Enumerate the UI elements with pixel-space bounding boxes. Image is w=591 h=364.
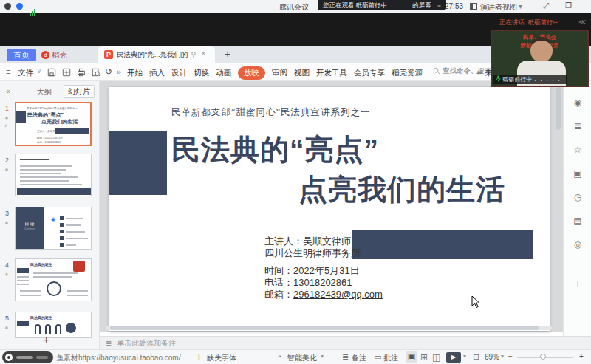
play-slideshow-button[interactable]: ▶ [446, 352, 461, 363]
document-tab[interactable]: P 民法典的“亮...亮我们的生活 × [98, 46, 215, 63]
screen: 腾讯会议 27:53 演讲者视图 ▾ ⤢ ❐ 您正在观看 砥砺前行中．．．．的屏… [0, 0, 591, 364]
cloud-sync-icon[interactable]: ☁ [476, 67, 483, 75]
slide-email-link[interactable]: 296182439@qq.com [293, 289, 383, 300]
menu-docer-resources[interactable]: 稻壳资源 [392, 68, 423, 78]
speaking-now-label: 正在讲话: 砥砺前行中．．．．． [499, 18, 591, 27]
slide-number-4: 4 [5, 261, 9, 269]
object-properties-icon[interactable]: ≣ [564, 121, 591, 131]
network-signal-icon [30, 3, 36, 16]
meeting-floating-pill[interactable] [2, 351, 53, 363]
slide-email-line: 邮箱：296182439@qq.com [264, 288, 383, 301]
meeting-audio-icon[interactable] [16, 3, 23, 10]
slide-number-5: 5 [5, 315, 9, 322]
sidebar-collapse-icon[interactable]: « [6, 86, 10, 95]
save-icon[interactable] [47, 68, 56, 77]
file-caret-icon[interactable]: ∨ [37, 68, 41, 75]
notes-bar[interactable]: ≣ 单击此处添加备注 [100, 336, 591, 349]
thumb3-catalog-title: 目 录 [16, 221, 44, 227]
timer-icon[interactable]: ◷ [564, 192, 591, 202]
special-features-icon[interactable]: ☆ [564, 145, 591, 155]
smart-beautify-button[interactable]: 智能美化 [287, 353, 317, 363]
tab-outline[interactable]: 大纲 [37, 87, 52, 97]
image-library-icon[interactable]: ▤ [564, 216, 591, 226]
undo-icon[interactable]: ↺ [105, 66, 112, 77]
menu-start[interactable]: 开始 [127, 68, 143, 78]
cast-screen-icon[interactable]: ▣ [564, 168, 591, 179]
menu-review[interactable]: 审阅 [272, 68, 287, 78]
smart-beautify-icon: ◔ [277, 352, 282, 361]
menu-animation[interactable]: 动画 [216, 68, 231, 78]
slide-thumbnail-3[interactable]: 目 录 Contents ◉ [15, 207, 92, 250]
speaker-video-feed[interactable]: 民革…委员会 新都区支…项目 砥砺前行中．．．．． [491, 30, 589, 87]
zoom-caret-icon[interactable]: ▾ [501, 353, 504, 360]
slide-thumbnail-5[interactable]: 民法典的诞生 [15, 312, 92, 338]
meeting-info-icon[interactable] [4, 3, 11, 10]
current-slide[interactable]: 民革新都支部“甜蜜同心”民法典宣讲系列之一 民法典的“亮点” 点亮我们的生活 主… [109, 87, 550, 331]
zoom-slider-knob[interactable] [540, 354, 546, 360]
vertical-scrollbar[interactable] [556, 87, 561, 130]
thumb4-circle-diagram [47, 281, 61, 296]
thumb5-title: 民法典的诞生 [30, 315, 52, 320]
tooltip-menu-icon[interactable]: ≡ [437, 1, 441, 9]
video-name-label: 砥砺前行中．．．．． [493, 75, 567, 84]
docer-tab[interactable]: 稻壳 [52, 50, 67, 61]
add-slide-button[interactable]: + [43, 334, 49, 347]
presenter-head [530, 37, 553, 62]
new-tab-button[interactable]: + [225, 48, 230, 60]
menu-design[interactable]: 设计 [171, 68, 187, 78]
menu-slideshow-active[interactable]: 放映 [238, 66, 265, 80]
beautify-caret-icon[interactable]: ▾ [321, 353, 324, 360]
slide-canvas: 民革新都支部“甜蜜同心”民法典宣讲系列之一 民法典的“亮点” 点亮我们的生活 主… [100, 81, 563, 332]
zoom-in-button[interactable]: + [579, 352, 584, 360]
slide-thumbnail-2[interactable] [15, 154, 92, 196]
fullscreen-icon[interactable]: ⤢ [543, 1, 549, 10]
view-mode-selector[interactable]: 演讲者视图 [480, 2, 517, 13]
slide-thumbnail-4[interactable]: 民法典的诞生 [15, 258, 92, 301]
status-notes-button[interactable]: 备注 [352, 353, 366, 363]
print-icon[interactable] [77, 68, 86, 77]
menu-insert[interactable]: 插入 [149, 68, 165, 78]
view-normal-button[interactable]: ▣ [406, 351, 417, 363]
file-menu[interactable]: 文件 [18, 68, 33, 78]
meeting-app-name: 腾讯会议 [279, 2, 309, 13]
zoom-percent[interactable]: 69% [485, 353, 499, 361]
restore-window-icon[interactable]: ❐ [565, 1, 572, 10]
view-reading-button[interactable]: ◫ [432, 352, 440, 363]
home-tab-button[interactable]: 首页 [7, 49, 36, 61]
toolbar-more-icon[interactable]: » [117, 67, 121, 76]
print-preview-icon[interactable] [92, 68, 100, 77]
horizontal-scrollbar-track[interactable] [106, 326, 552, 330]
status-notes-icon: ≣ [342, 352, 349, 362]
comment-button[interactable]: 批注 [383, 353, 398, 363]
menu-devtools[interactable]: 开发工具 [316, 68, 347, 78]
zoom-out-button[interactable]: − [508, 352, 513, 360]
menu-view[interactable]: 视图 [294, 68, 310, 78]
play-caret-icon[interactable]: ▾ [463, 353, 466, 360]
docer-assistant-icon[interactable]: ◉ [564, 97, 591, 108]
thumb3-left-panel: 目 录 Contents [16, 207, 44, 250]
thumb1-time: 时间：2022年5月31日 [37, 137, 63, 140]
missing-font-label[interactable]: 缺失字体 [207, 353, 236, 363]
output-icon[interactable] [62, 68, 71, 77]
slide-series-subtitle: 民革新都支部“甜蜜同心”民法典宣讲系列之一 [171, 106, 371, 119]
comment-icon: ▭ [374, 352, 381, 362]
horizontal-scrollbar-thumb[interactable] [110, 326, 539, 330]
thumb4-title: 民法典的诞生 [30, 262, 52, 267]
panel-collapse-chevrons-icon[interactable]: ≪ [578, 18, 586, 26]
menu-transition[interactable]: 切换 [194, 68, 209, 78]
slide-speaker-line2: 四川公生明律师事务所 [264, 247, 361, 260]
right-side-toolbar: ◉ ≣ ☆ ▣ ◷ ▤ ◎ T [563, 81, 591, 336]
thumb5-hook-3 [55, 324, 61, 334]
menu-membership[interactable]: 会员专享 [354, 68, 385, 78]
navigation-icon[interactable]: ◎ [564, 239, 591, 250]
file-menu-icon[interactable]: ≡ [6, 67, 10, 76]
tab-slides-selected[interactable]: 幻灯片 [64, 85, 95, 98]
thumb2-bottom-bar [17, 188, 91, 195]
view-mode-caret-icon[interactable]: ▾ [519, 2, 522, 10]
close-tab-icon[interactable]: × [201, 49, 205, 58]
fit-window-icon[interactable]: ⊡ [473, 352, 479, 362]
watermark-url: 鱼素材https://baoyusucai.taobao.com/ [56, 353, 180, 363]
slide-thumbnail-1[interactable]: 民革新都支部“甜蜜同心”民法典宣讲系列之一 民法典的“亮点” 点亮我们的生活 主… [15, 102, 92, 146]
pin-icon[interactable] [190, 51, 197, 58]
view-sorter-button[interactable]: ⊞ [420, 352, 428, 363]
